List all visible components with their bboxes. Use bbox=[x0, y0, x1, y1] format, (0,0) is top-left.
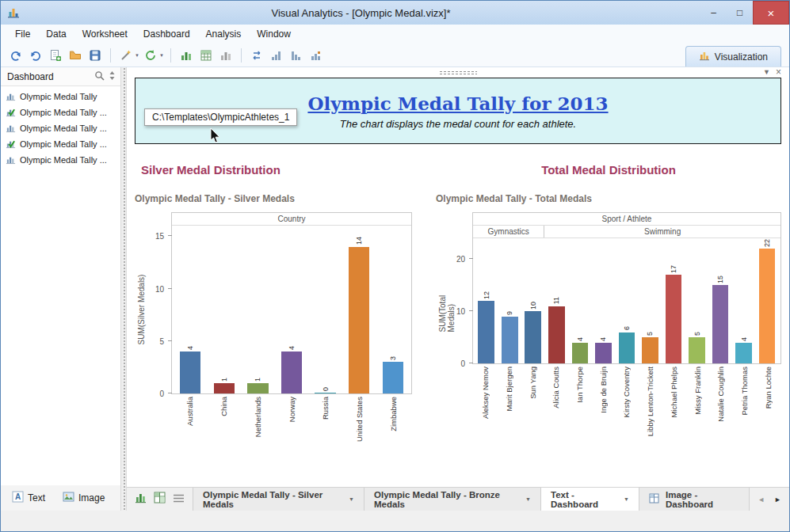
tab-text-dashboard[interactable]: Text - Dashboard▼ bbox=[541, 488, 639, 511]
x-axis-label: Zimbabwe bbox=[389, 397, 398, 431]
y-tick-label: 0 bbox=[440, 359, 465, 368]
new-worksheet-button[interactable] bbox=[47, 47, 64, 64]
app-window: Visual Analytics - [Olympic Medal.vizx]*… bbox=[0, 0, 790, 532]
dashboard-list-item[interactable]: Olympic Medal Tally bbox=[1, 89, 120, 104]
x-axis-label: Netherlands bbox=[254, 397, 262, 437]
bar-slot: 11 bbox=[545, 238, 569, 363]
bar bbox=[281, 352, 302, 393]
bar-slot: 4 bbox=[275, 226, 309, 393]
close-button[interactable]: × bbox=[753, 1, 789, 25]
dashboard-list-item[interactable]: Olympic Medal Tally ... bbox=[1, 152, 120, 168]
silver-chart-widget[interactable]: Silver Medal Distribution Olympic Medal … bbox=[135, 163, 412, 459]
refresh-button[interactable] bbox=[142, 47, 159, 64]
chart-title-total: Olympic Medal Tally - Total Medals bbox=[436, 193, 781, 204]
tab-menu-chevron-icon[interactable]: ▼ bbox=[624, 496, 629, 502]
tab-olympic-medal-tally-bronze-medals[interactable]: Olympic Medal Tally - Bronze Medals▼ bbox=[364, 488, 541, 511]
bar-value-label: 3 bbox=[389, 356, 397, 360]
column-header: Country bbox=[172, 213, 411, 226]
bar bbox=[548, 306, 565, 363]
menu-analysis[interactable]: Analysis bbox=[198, 26, 250, 42]
sidebar-splitter[interactable] bbox=[121, 67, 127, 511]
x-axis-label: Petria Thomas bbox=[740, 367, 749, 416]
sort-ascending-button[interactable] bbox=[268, 47, 285, 64]
dashboard-canvas: ▼ × Olympic Medal Tally for 2013 The cha… bbox=[127, 67, 789, 487]
toolbar: ▼ ▼ Visualization bbox=[1, 44, 789, 67]
sort-order-icon[interactable] bbox=[108, 70, 116, 83]
widget-menu-icon[interactable]: ▼ bbox=[763, 68, 770, 76]
image-tool-button[interactable]: Image bbox=[63, 491, 105, 505]
new-dashboard-tab-icon[interactable] bbox=[154, 492, 166, 507]
save-button[interactable] bbox=[86, 47, 104, 64]
bar-slot: 15 bbox=[708, 238, 732, 363]
section-header-total: Total Medal Distribution bbox=[436, 163, 781, 179]
dashboard-list-item[interactable]: Olympic Medal Tally ... bbox=[1, 136, 120, 152]
dashboard-list-item-label: Olympic Medal Tally ... bbox=[20, 124, 107, 133]
minimize-button[interactable]: – bbox=[700, 1, 727, 25]
bar bbox=[595, 343, 612, 363]
y-tick-label: 15 bbox=[139, 232, 164, 241]
visualization-label: Visualization bbox=[715, 51, 768, 63]
menu-file[interactable]: File bbox=[7, 26, 38, 42]
export-button[interactable] bbox=[67, 47, 84, 64]
search-icon[interactable] bbox=[94, 70, 105, 83]
worksheet-tab-bar: Olympic Medal Tally - Silver Medals▼Olym… bbox=[127, 487, 789, 511]
group-header-row: GymnasticsSwimming bbox=[473, 226, 780, 238]
menu-data[interactable]: Data bbox=[38, 26, 74, 42]
worksheet-chart-icon bbox=[6, 123, 16, 135]
bar-value-label: 15 bbox=[716, 276, 724, 283]
section-header-silver: Silver Medal Distribution bbox=[135, 163, 412, 179]
tab-label: Image - Dashboard bbox=[666, 490, 739, 509]
menu-worksheet[interactable]: Worksheet bbox=[74, 26, 135, 42]
total-chart-widget[interactable]: Total Medal Distribution Olympic Medal T… bbox=[436, 163, 781, 459]
y-tick-mark bbox=[168, 288, 172, 289]
tab-scroll-right-icon[interactable]: ► bbox=[774, 496, 781, 504]
worksheet-list-icon[interactable] bbox=[173, 492, 185, 507]
group-header: Gymnastics bbox=[473, 226, 544, 238]
dashboard-list-item-label: Olympic Medal Tally ... bbox=[20, 139, 107, 149]
widget-drag-grip-icon[interactable] bbox=[439, 70, 477, 75]
tab-menu-chevron-icon[interactable]: ▼ bbox=[525, 496, 531, 502]
bar-slot: 10 bbox=[521, 238, 545, 363]
tab-scroll-left-icon[interactable]: ◄ bbox=[758, 496, 765, 504]
visualization-tab[interactable]: Visualization bbox=[685, 46, 781, 66]
bar-slot: 5 bbox=[685, 238, 709, 363]
x-axis-label: Libby Lenton-Trickett bbox=[646, 367, 655, 436]
tab-olympic-medal-tally-silver-medals[interactable]: Olympic Medal Tally - Silver Medals▼ bbox=[193, 488, 364, 511]
dashboard-list-item[interactable]: Olympic Medal Tally ... bbox=[1, 104, 120, 120]
format-wand-caret[interactable]: ▼ bbox=[135, 53, 139, 58]
bar-slot: 9 bbox=[498, 238, 522, 363]
text-tool-icon: A bbox=[12, 491, 24, 505]
widget-close-icon[interactable]: × bbox=[776, 69, 781, 76]
bar-value-label: 4 bbox=[740, 337, 748, 341]
x-axis-label: Ian Thorpe bbox=[575, 367, 584, 403]
bar-value-label: 22 bbox=[763, 239, 771, 247]
refresh-caret[interactable]: ▼ bbox=[159, 53, 164, 58]
menu-window[interactable]: Window bbox=[249, 26, 299, 42]
dashboard-grid-icon bbox=[649, 493, 659, 505]
maximize-button[interactable]: □ bbox=[727, 1, 753, 25]
bar-value-label: 10 bbox=[529, 302, 537, 310]
x-axis-label: Inge de Bruijn bbox=[599, 367, 608, 413]
chart-placeholder-button[interactable] bbox=[217, 47, 235, 64]
swap-axes-button[interactable] bbox=[248, 47, 265, 64]
undo-button[interactable] bbox=[7, 47, 25, 64]
add-chart-button[interactable] bbox=[177, 47, 195, 64]
worksheet-checked-icon bbox=[6, 107, 16, 119]
path-textbox[interactable]: C:\Templates\OlympicAthletes_1 bbox=[144, 108, 297, 126]
text-tool-button[interactable]: A Text bbox=[12, 491, 45, 505]
dashboard-list-item[interactable]: Olympic Medal Tally ... bbox=[1, 120, 120, 136]
add-crosstab-button[interactable] bbox=[197, 47, 215, 64]
image-tool-label: Image bbox=[78, 492, 105, 504]
menu-dashboard[interactable]: Dashboard bbox=[135, 26, 198, 42]
bar bbox=[502, 317, 518, 363]
totals-button[interactable] bbox=[307, 47, 325, 64]
y-tick-label: 20 bbox=[440, 255, 465, 264]
tab-menu-chevron-icon[interactable]: ▼ bbox=[349, 496, 354, 502]
tab-image-dashboard[interactable]: Image - Dashboard bbox=[639, 488, 750, 511]
plot-area: 051015SUM(Silver Medals)41140143 bbox=[172, 226, 411, 393]
sidebar-title: Dashboard bbox=[7, 71, 54, 82]
redo-button[interactable] bbox=[27, 47, 44, 64]
sort-descending-button[interactable] bbox=[288, 47, 305, 64]
new-worksheet-tab-icon[interactable] bbox=[135, 492, 147, 507]
format-wand-button[interactable] bbox=[117, 47, 135, 64]
